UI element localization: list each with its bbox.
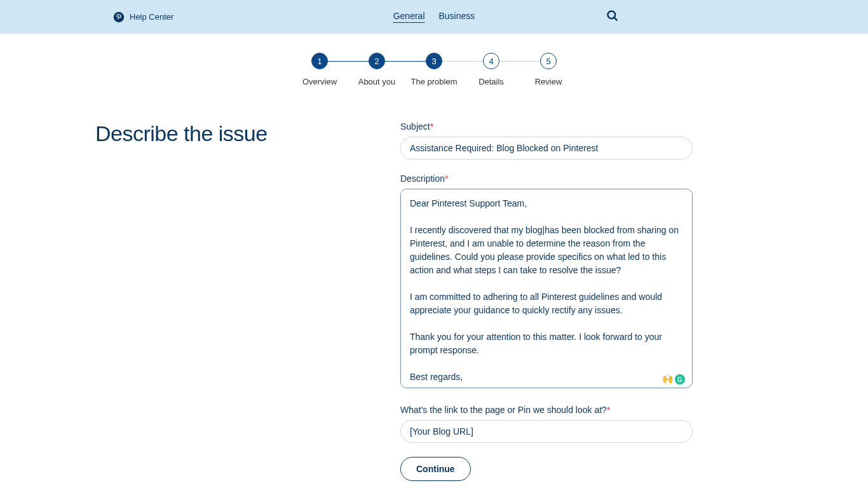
step-label: Details (478, 77, 504, 86)
header-tabs: General Business (393, 11, 475, 23)
continue-button[interactable]: Continue (400, 457, 471, 481)
step-circle: 2 (369, 53, 385, 69)
step-circle: 4 (483, 53, 499, 69)
form-column: Subject* Description* 🙌 G What's the lin… (400, 121, 693, 481)
step-the-problem[interactable]: 3 The problem (405, 53, 463, 86)
main-content: Describe the issue Subject* Description*… (0, 121, 868, 481)
link-group: What's the link to the page or Pin we sh… (400, 405, 693, 443)
description-label-text: Description (400, 173, 445, 184)
emoji-icon[interactable]: 🙌 (662, 374, 672, 384)
brand[interactable]: Help Center (113, 11, 173, 23)
description-textarea[interactable] (400, 189, 693, 388)
step-details[interactable]: 4 Details (463, 53, 520, 86)
step-label: The problem (411, 77, 458, 86)
step-review[interactable]: 5 Review (520, 53, 577, 86)
left-column: Describe the issue (95, 121, 400, 481)
step-label: Overview (302, 77, 337, 86)
link-input[interactable] (400, 420, 693, 443)
required-mark: * (445, 173, 448, 184)
step-circle: 1 (311, 53, 328, 69)
tab-general[interactable]: General (393, 11, 425, 23)
search-icon (606, 10, 619, 22)
step-label: Review (535, 77, 562, 86)
subject-input[interactable] (400, 137, 693, 159)
description-wrap: 🙌 G (400, 189, 693, 391)
subject-label-text: Subject (400, 121, 430, 132)
step-circle: 5 (540, 53, 557, 69)
step-circle: 3 (426, 53, 442, 69)
required-mark: * (607, 405, 610, 415)
subject-label: Subject* (400, 121, 693, 132)
description-group: Description* 🙌 G (400, 173, 693, 391)
grammarly-icon[interactable]: G (675, 374, 685, 384)
tab-business[interactable]: Business (439, 11, 475, 23)
subject-group: Subject* (400, 121, 693, 159)
search-button[interactable] (606, 10, 619, 25)
input-badges: 🙌 G (662, 374, 685, 384)
description-label: Description* (400, 173, 693, 184)
step-about-you[interactable]: 2 About you (348, 53, 405, 86)
page-title: Describe the issue (95, 121, 400, 146)
step-label: About you (358, 77, 396, 86)
required-mark: * (430, 121, 433, 132)
pinterest-logo-icon (113, 11, 125, 23)
svg-line-2 (614, 17, 617, 20)
progress-stepper: 1 Overview 2 About you 3 The problem 4 D… (0, 53, 868, 86)
step-overview[interactable]: 1 Overview (291, 53, 348, 86)
link-label: What's the link to the page or Pin we sh… (400, 405, 693, 415)
brand-text: Help Center (130, 12, 173, 22)
link-label-text: What's the link to the page or Pin we sh… (400, 405, 607, 415)
header-bar: Help Center General Business (0, 0, 868, 34)
